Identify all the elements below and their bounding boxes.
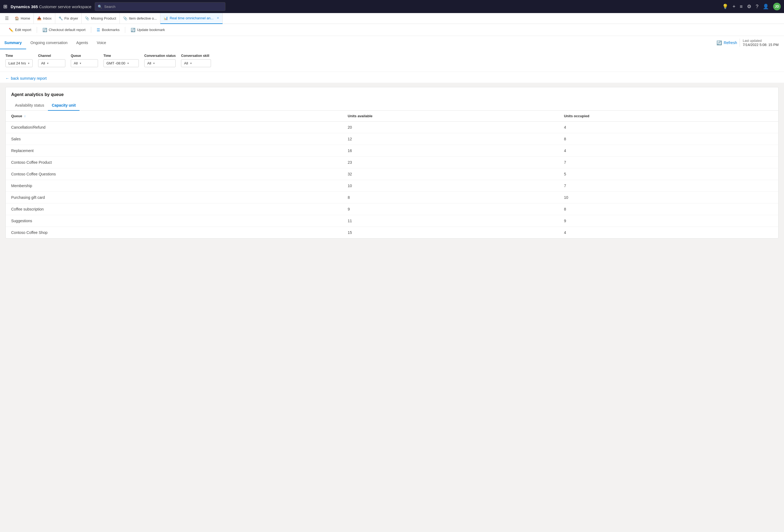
search-bar[interactable]: 🔍 Search (95, 2, 225, 11)
cell-units-available-2: 16 (342, 145, 558, 157)
filter-time1-select[interactable]: Last 24 hrs ▾ (5, 59, 33, 67)
analytics-card: Agent analytics by queue Availability st… (5, 87, 779, 239)
table-row: Contoso Coffee Shop 15 4 (6, 227, 778, 239)
filter-time2-select[interactable]: GMT -08:00 ▾ (104, 59, 139, 67)
capacity-table: Queue ↑ Units available Units occupied C… (6, 111, 778, 238)
tab-ongoing-conversation[interactable]: Ongoing conversation (26, 37, 72, 49)
tab-item-defective[interactable]: 📎 Item defective o... (120, 13, 161, 24)
cell-queue-9: Contoso Coffee Shop (6, 227, 342, 239)
checkout-icon: 🔄 (43, 28, 47, 32)
cell-units-occupied-7: 8 (559, 203, 778, 215)
top-nav: ⊞ Dynamics 365 Customer service workspac… (0, 0, 784, 13)
filter-conv-skill-select[interactable]: All ▾ (181, 59, 211, 67)
inner-tab-capacity[interactable]: Capacity unit (48, 100, 80, 111)
tab-agents[interactable]: Agents (72, 37, 92, 49)
table-row: Cancellation/Refund 20 4 (6, 122, 778, 133)
chevron-conv-status: ▾ (153, 62, 155, 65)
filter-queue-value: All (74, 61, 78, 65)
edit-report-button[interactable]: ✏️ Edit report (5, 26, 34, 34)
refresh-label: Refresh (724, 40, 737, 45)
chevron-channel: ▾ (47, 62, 49, 65)
filter-time1-label: Time (5, 54, 33, 58)
section-tabs-bar: Summary Ongoing conversation Agents Voic… (0, 36, 784, 50)
filter-time2: Time GMT -08:00 ▾ (104, 54, 139, 67)
update-bookmark-label: Update bookmark (137, 28, 165, 32)
cell-queue-8: Suggestions (6, 215, 342, 227)
cell-units-occupied-6: 10 (559, 192, 778, 203)
cell-units-available-5: 10 (342, 180, 558, 192)
back-arrow-icon: ← (5, 76, 9, 81)
inner-tab-availability[interactable]: Availability status (11, 100, 48, 111)
hamburger-menu[interactable]: ☰ (2, 16, 11, 21)
filter-channel-label: Channel (38, 54, 65, 58)
table-row: Replacement 16 4 (6, 145, 778, 157)
cell-units-occupied-8: 9 (559, 215, 778, 227)
filter-time2-value: GMT -08:00 (107, 61, 125, 65)
cell-queue-6: Purchasing gift card (6, 192, 342, 203)
update-bookmark-button[interactable]: 🔄 Update bookmark (128, 26, 168, 34)
last-updated-label: Last updated (743, 39, 779, 43)
cell-units-available-3: 23 (342, 157, 558, 168)
filter-queue-select[interactable]: All ▾ (71, 59, 98, 67)
back-link[interactable]: ← back summary report (0, 72, 784, 83)
checkout-default-button[interactable]: 🔄 Checkout default report (39, 26, 89, 34)
menu-icon[interactable]: ≡ (739, 4, 743, 9)
toolbar-divider-1 (37, 27, 37, 33)
refresh-icon: 🔄 (717, 40, 722, 46)
cell-units-occupied-4: 5 (559, 168, 778, 180)
tab-summary[interactable]: Summary (0, 37, 26, 49)
avatar[interactable]: JD (773, 3, 781, 10)
filter-conv-status-select[interactable]: All ▾ (144, 59, 175, 67)
filter-conv-skill: Conversation skill All ▾ (181, 54, 211, 67)
chevron-time1: ▾ (28, 62, 29, 65)
back-link-label: back summary report (11, 76, 47, 81)
tab-missing-product[interactable]: 📎 Missing Product (82, 13, 119, 24)
search-icon: 🔍 (98, 5, 102, 9)
add-icon[interactable]: + (732, 4, 735, 9)
refresh-button[interactable]: 🔄 Refresh (717, 40, 737, 46)
last-updated-value: 7/14/2022 5:08: 15 PM (743, 43, 779, 47)
fix-dryer-icon: 🔧 (58, 16, 63, 21)
filter-time1-value: Last 24 hrs (8, 61, 26, 65)
notifications-icon[interactable]: 👤 (763, 3, 769, 9)
cell-units-available-1: 12 (342, 133, 558, 145)
settings-icon[interactable]: ⚙ (747, 3, 751, 9)
checkout-default-label: Checkout default report (49, 28, 85, 32)
col-queue[interactable]: Queue ↑ (6, 111, 342, 122)
inbox-icon: 📥 (37, 16, 41, 21)
cell-queue-5: Membership (6, 180, 342, 192)
tab-home-label: Home (21, 16, 30, 21)
capacity-tab-label: Capacity unit (52, 103, 76, 108)
availability-tab-label: Availability status (15, 103, 44, 108)
table-header-row: Queue ↑ Units available Units occupied (6, 111, 778, 122)
ongoing-conversation-label: Ongoing conversation (30, 40, 67, 45)
tab-realtime[interactable]: 📊 Real time omnichannel an... ✕ (160, 13, 223, 24)
help-icon[interactable]: ? (756, 4, 758, 9)
app-title: Dynamics 365 Customer service workspace (10, 4, 91, 9)
tab-bar: ☰ 🏠 Home 📥 Inbox 🔧 Fix dryer 📎 Missing P… (0, 13, 784, 24)
tab-voice[interactable]: Voice (92, 37, 111, 49)
tab-inbox[interactable]: 📥 Inbox (34, 13, 55, 24)
tab-item-defective-label: Item defective o... (129, 16, 157, 21)
toolbar: ✏️ Edit report 🔄 Checkout default report… (0, 24, 784, 36)
grid-icon[interactable]: ⊞ (3, 3, 7, 9)
tab-home[interactable]: 🏠 Home (11, 13, 34, 24)
table-row: Coffee subscription 9 8 (6, 203, 778, 215)
update-bookmark-icon: 🔄 (131, 28, 135, 32)
tab-missing-product-label: Missing Product (91, 16, 116, 21)
table-body: Cancellation/Refund 20 4 Sales 12 8 Repl… (6, 122, 778, 239)
cell-queue-3: Contoso Coffee Product (6, 157, 342, 168)
table-row: Membership 10 7 (6, 180, 778, 192)
filter-channel-select[interactable]: All ▾ (38, 59, 65, 67)
bookmarks-button[interactable]: ☰ Bookmarks (93, 26, 123, 34)
cell-queue-2: Replacement (6, 145, 342, 157)
lightbulb-icon[interactable]: 💡 (722, 3, 728, 9)
tab-fix-dryer[interactable]: 🔧 Fix dryer (55, 13, 82, 24)
filter-conv-status-label: Conversation status (144, 54, 175, 58)
filter-conv-skill-value: All (184, 61, 188, 65)
summary-label: Summary (4, 40, 22, 45)
cell-units-occupied-2: 4 (559, 145, 778, 157)
filter-time2-label: Time (104, 54, 139, 58)
col-units-available: Units available (342, 111, 558, 122)
tab-close-realtime[interactable]: ✕ (217, 16, 219, 20)
